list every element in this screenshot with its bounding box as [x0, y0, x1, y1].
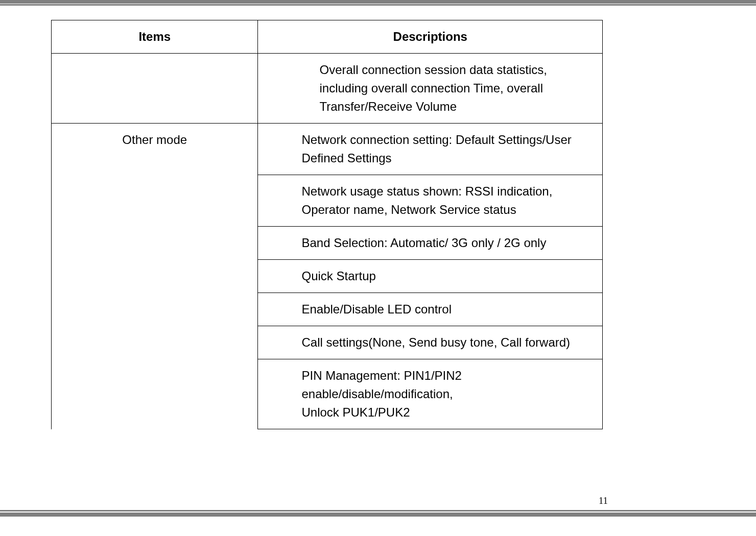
pin-management-line1: PIN Management: PIN1/PIN2 enable/disable… — [301, 369, 461, 401]
table-row: Overall connection session data statisti… — [52, 54, 603, 124]
page-number: 11 — [599, 495, 608, 506]
bottom-border-thin — [0, 510, 756, 511]
description-cell: Enable/Disable LED control — [258, 293, 603, 326]
table-header-row: Items Descriptions — [52, 20, 603, 54]
header-descriptions: Descriptions — [258, 20, 603, 54]
description-cell: Network connection setting: Default Sett… — [258, 124, 603, 175]
page-content: Items Descriptions Overall connection se… — [0, 6, 756, 429]
pin-management-line2: Unlock PUK1/PUK2 — [301, 405, 410, 419]
item-cell-other-mode: Other mode — [52, 124, 258, 429]
description-cell: Network usage status shown: RSSI indicat… — [258, 175, 603, 227]
bottom-border-thick — [0, 513, 756, 517]
description-cell: Call settings(None, Send busy tone, Call… — [258, 326, 603, 359]
items-descriptions-table: Items Descriptions Overall connection se… — [51, 20, 603, 429]
description-cell: Band Selection: Automatic/ 3G only / 2G … — [258, 227, 603, 260]
description-cell: Quick Startup — [258, 260, 603, 293]
item-cell — [52, 54, 258, 124]
table-row: Other mode Network connection setting: D… — [52, 124, 603, 175]
top-border-thick — [0, 0, 756, 4]
description-cell: Overall connection session data statisti… — [258, 54, 603, 124]
header-items: Items — [52, 20, 258, 54]
description-cell: PIN Management: PIN1/PIN2 enable/disable… — [258, 359, 603, 429]
